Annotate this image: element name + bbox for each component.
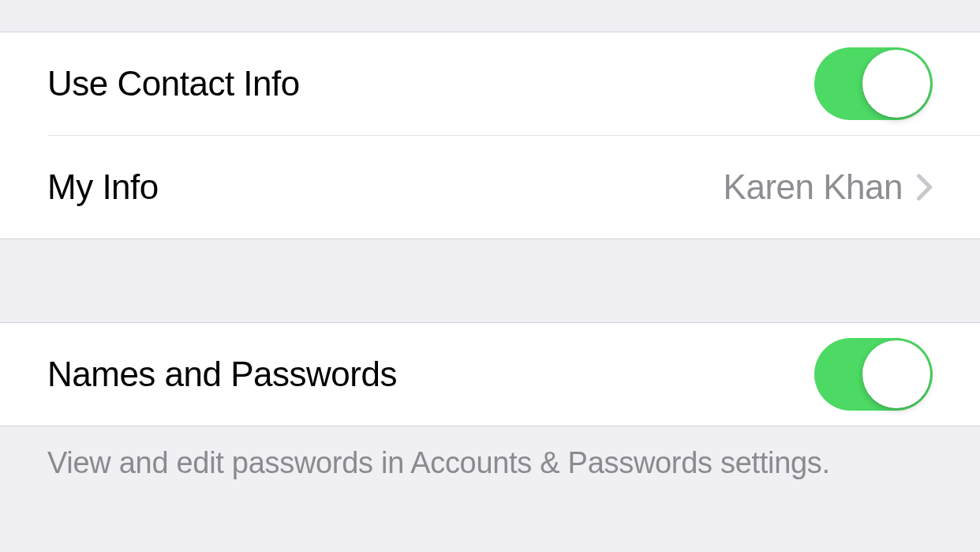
- use-contact-info-toggle[interactable]: [814, 47, 933, 120]
- section-footer: View and edit passwords in Accounts & Pa…: [0, 426, 980, 552]
- use-contact-info-label: Use Contact Info: [47, 64, 814, 103]
- section-spacer: [0, 0, 980, 32]
- names-passwords-toggle[interactable]: [814, 338, 933, 411]
- my-info-row[interactable]: My Info Karen Khan: [0, 136, 980, 238]
- my-info-label: My Info: [47, 167, 724, 207]
- toggle-knob: [862, 50, 930, 118]
- use-contact-info-row: Use Contact Info: [0, 32, 980, 135]
- toggle-knob: [862, 340, 930, 408]
- names-passwords-row: Names and Passwords: [0, 323, 980, 426]
- passwords-footer-text: View and edit passwords in Accounts & Pa…: [0, 426, 980, 483]
- contact-info-section: Use Contact Info My Info Karen Khan: [0, 32, 980, 239]
- passwords-section: Names and Passwords: [0, 322, 980, 426]
- my-info-value: Karen Khan: [724, 167, 903, 207]
- section-gap: [0, 239, 980, 322]
- chevron-right-icon: [917, 173, 933, 201]
- names-passwords-label: Names and Passwords: [47, 355, 814, 394]
